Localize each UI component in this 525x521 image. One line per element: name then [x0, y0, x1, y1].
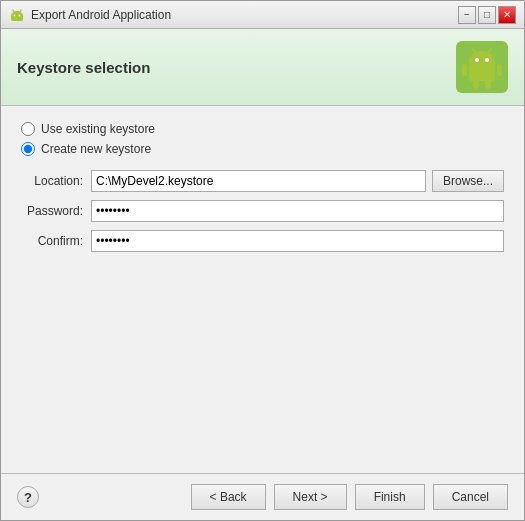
- password-label: Password:: [21, 204, 91, 218]
- use-existing-label: Use existing keystore: [41, 122, 155, 136]
- svg-point-9: [475, 58, 479, 62]
- window: Export Android Application − □ ✕ Keystor…: [0, 0, 525, 521]
- create-new-label: Create new keystore: [41, 142, 151, 156]
- location-row: Location: Browse...: [21, 170, 504, 192]
- help-button[interactable]: ?: [17, 486, 39, 508]
- create-new-radio-item[interactable]: Create new keystore: [21, 142, 504, 156]
- window-title: Export Android Application: [31, 8, 171, 22]
- form-section: Location: Browse... Password: Confirm:: [21, 170, 504, 252]
- confirm-row: Confirm:: [21, 230, 504, 252]
- svg-rect-13: [462, 64, 467, 76]
- svg-point-2: [14, 14, 16, 16]
- use-existing-radio-item[interactable]: Use existing keystore: [21, 122, 504, 136]
- browse-button[interactable]: Browse...: [432, 170, 504, 192]
- footer-buttons: < Back Next > Finish Cancel: [191, 484, 508, 510]
- svg-rect-1: [11, 14, 23, 21]
- password-input[interactable]: [91, 200, 504, 222]
- next-button[interactable]: Next >: [274, 484, 347, 510]
- back-button[interactable]: < Back: [191, 484, 266, 510]
- location-label: Location:: [21, 174, 91, 188]
- title-bar-icon: [9, 7, 25, 23]
- svg-rect-8: [469, 63, 495, 81]
- title-bar: Export Android Application − □ ✕: [1, 1, 524, 29]
- close-button[interactable]: ✕: [498, 6, 516, 24]
- location-input[interactable]: [91, 170, 426, 192]
- svg-line-5: [20, 10, 21, 12]
- page-title: Keystore selection: [17, 59, 150, 76]
- footer: ? < Back Next > Finish Cancel: [1, 473, 524, 520]
- header-section: Keystore selection: [1, 29, 524, 106]
- svg-point-10: [485, 58, 489, 62]
- android-logo: [456, 41, 508, 93]
- use-existing-radio[interactable]: [21, 122, 35, 136]
- svg-line-4: [13, 10, 14, 12]
- content-area: Use existing keystore Create new keystor…: [1, 106, 524, 473]
- svg-rect-16: [485, 79, 491, 89]
- svg-point-3: [19, 14, 21, 16]
- radio-group: Use existing keystore Create new keystor…: [21, 122, 504, 156]
- cancel-button[interactable]: Cancel: [433, 484, 508, 510]
- finish-button[interactable]: Finish: [355, 484, 425, 510]
- create-new-radio[interactable]: [21, 142, 35, 156]
- svg-rect-14: [497, 64, 502, 76]
- password-row: Password:: [21, 200, 504, 222]
- confirm-label: Confirm:: [21, 234, 91, 248]
- minimize-button[interactable]: −: [458, 6, 476, 24]
- maximize-button[interactable]: □: [478, 6, 496, 24]
- confirm-input[interactable]: [91, 230, 504, 252]
- svg-rect-15: [473, 79, 479, 89]
